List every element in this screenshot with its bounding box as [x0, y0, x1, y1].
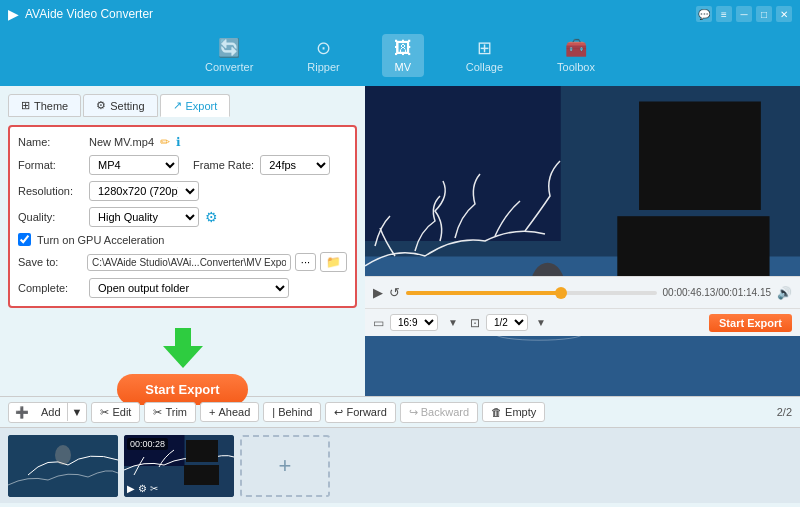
nav-bar: 🔄 Converter ⊙ Ripper 🖼 MV ⊞ Collage 🧰 To… — [0, 28, 800, 86]
save-label: Save to: — [18, 256, 83, 268]
gpu-row: Turn on GPU Acceleration — [18, 233, 347, 246]
gpu-label: Turn on GPU Acceleration — [37, 234, 164, 246]
video-controls: ▶ ↺ 00:00:46.13/00:01:14.15 🔊 — [365, 276, 800, 308]
forward-button[interactable]: ↩ Forward — [325, 402, 395, 423]
folder-button[interactable]: 📁 — [320, 252, 347, 272]
svg-rect-12 — [186, 440, 218, 462]
edit-name-icon[interactable]: ✏ — [160, 135, 170, 149]
skip-back-button[interactable]: ↺ — [389, 285, 400, 300]
behind-icon: | — [272, 406, 275, 418]
converter-icon: 🔄 — [218, 37, 240, 59]
tab-setting[interactable]: ⚙ Setting — [83, 94, 157, 117]
nav-toolbox-label: Toolbox — [557, 61, 595, 73]
nav-collage[interactable]: ⊞ Collage — [454, 33, 515, 77]
behind-button[interactable]: | Behind — [263, 402, 321, 422]
backward-icon: ↪ — [409, 406, 418, 419]
svg-point-9 — [55, 445, 71, 465]
thumbnail-1[interactable] — [8, 435, 118, 497]
export-tab-icon: ↗ — [173, 99, 182, 112]
thumb-play-icon: ▶ — [127, 483, 135, 494]
name-row: Name: New MV.mp4 ✏ ℹ — [18, 135, 347, 149]
right-panel: ▶ ↺ 00:00:46.13/00:01:14.15 🔊 ▭ 16:94:31… — [365, 86, 800, 396]
quality-label: Quality: — [18, 211, 83, 223]
start-export-area: Start Export — [8, 328, 357, 405]
quality-select[interactable]: High QualityStandard QualityLow Quality — [89, 207, 199, 227]
format-select[interactable]: MP4MKVAVIMOV — [89, 155, 179, 175]
video-preview: ▶ ↺ 00:00:46.13/00:01:14.15 🔊 ▭ 16:94:31… — [365, 86, 800, 396]
ratio-arrow: ▼ — [448, 317, 458, 328]
volume-icon[interactable]: 🔊 — [777, 286, 792, 300]
nav-ripper[interactable]: ⊙ Ripper — [295, 33, 351, 77]
start-export-main-button[interactable]: Start Export — [117, 374, 247, 405]
scale-select[interactable]: 1/21/11/4 — [486, 314, 528, 331]
add-clip-icon: + — [279, 453, 292, 479]
maximize-button[interactable]: □ — [756, 6, 772, 22]
info-icon[interactable]: ℹ — [176, 135, 181, 149]
complete-label: Complete: — [18, 282, 83, 294]
main-content: ⊞ Theme ⚙ Setting ↗ Export Name: New MV.… — [0, 86, 800, 396]
theme-tab-label: Theme — [34, 100, 68, 112]
scale-icon: ⊡ — [470, 316, 480, 330]
tab-theme[interactable]: ⊞ Theme — [8, 94, 81, 117]
minimize-button[interactable]: ─ — [736, 6, 752, 22]
save-row: Save to: ··· 📁 — [18, 252, 347, 272]
add-button[interactable]: ➕ Add ▼ — [8, 402, 87, 423]
video-controls2: ▭ 16:94:31:1 ▼ ⊡ 1/21/11/4 ▼ Start Expor… — [365, 308, 800, 336]
resolution-row: Resolution: 1280x720 (720p)1920x1080 (10… — [18, 181, 347, 201]
left-panel: ⊞ Theme ⚙ Setting ↗ Export Name: New MV.… — [0, 86, 365, 396]
down-arrow-icon — [163, 328, 203, 368]
add-clip-button[interactable]: + — [240, 435, 330, 497]
scale-arrow: ▼ — [536, 317, 546, 328]
browse-button[interactable]: ··· — [295, 253, 316, 271]
ahead-button[interactable]: + Ahead — [200, 402, 259, 422]
quality-row: Quality: High QualityStandard QualityLow… — [18, 207, 347, 227]
progress-thumb — [555, 287, 567, 299]
trim-button[interactable]: ✂ Trim — [144, 402, 196, 423]
nav-mv[interactable]: 🖼 MV — [382, 34, 424, 77]
svg-rect-8 — [8, 435, 118, 497]
name-value: New MV.mp4 — [89, 136, 154, 148]
thumbnail-2[interactable]: 00:00:28 ▶ ⚙ ✂ — [124, 435, 234, 497]
nav-converter[interactable]: 🔄 Converter — [193, 33, 265, 77]
tab-export[interactable]: ↗ Export — [160, 94, 231, 117]
add-icon: ➕ — [9, 403, 35, 422]
save-path-input[interactable] — [87, 254, 291, 271]
start-export-sm-button[interactable]: Start Export — [709, 314, 792, 332]
backward-button[interactable]: ↪ Backward — [400, 402, 478, 423]
resolution-label: Resolution: — [18, 185, 83, 197]
thumb2-icons: ▶ ⚙ ✂ — [127, 483, 158, 494]
resolution-select[interactable]: 1280x720 (720p)1920x1080 (1080p)3840x216… — [89, 181, 199, 201]
gpu-checkbox[interactable] — [18, 233, 31, 246]
progress-fill — [406, 291, 561, 295]
close-button[interactable]: ✕ — [776, 6, 792, 22]
complete-select[interactable]: Open output folderDo nothingShutdown — [89, 278, 289, 298]
ripper-icon: ⊙ — [316, 37, 331, 59]
quality-settings-icon[interactable]: ⚙ — [205, 209, 218, 225]
progress-bar[interactable] — [406, 291, 657, 295]
format-row: Format: MP4MKVAVIMOV Frame Rate: 24fps30… — [18, 155, 347, 175]
title-bar-left: ▶ AVAide Video Converter — [8, 6, 153, 22]
nav-converter-label: Converter — [205, 61, 253, 73]
framerate-label: Frame Rate: — [193, 159, 254, 171]
chat-button[interactable]: 💬 — [696, 6, 712, 22]
theme-tab-icon: ⊞ — [21, 99, 30, 112]
edit-button[interactable]: ✂ Edit — [91, 402, 140, 423]
nav-mv-label: MV — [394, 61, 411, 73]
play-button[interactable]: ▶ — [373, 285, 383, 300]
aspect-ratio-icon: ▭ — [373, 316, 384, 330]
forward-icon: ↩ — [334, 406, 343, 419]
app-logo-icon: ▶ — [8, 6, 19, 22]
ratio-select[interactable]: 16:94:31:1 — [390, 314, 438, 331]
framerate-select[interactable]: 24fps30fps60fps — [260, 155, 330, 175]
setting-tab-icon: ⚙ — [96, 99, 106, 112]
nav-toolbox[interactable]: 🧰 Toolbox — [545, 33, 607, 77]
menu-button[interactable]: ≡ — [716, 6, 732, 22]
complete-row: Complete: Open output folderDo nothingSh… — [18, 278, 347, 298]
app-title: AVAide Video Converter — [25, 7, 153, 21]
thumb-cut-icon: ✂ — [150, 483, 158, 494]
empty-button[interactable]: 🗑 Empty — [482, 402, 545, 422]
thumbnail-strip: 00:00:28 ▶ ⚙ ✂ + — [0, 428, 800, 503]
add-dropdown-arrow[interactable]: ▼ — [67, 403, 87, 421]
ahead-icon: + — [209, 406, 215, 418]
nav-collage-label: Collage — [466, 61, 503, 73]
